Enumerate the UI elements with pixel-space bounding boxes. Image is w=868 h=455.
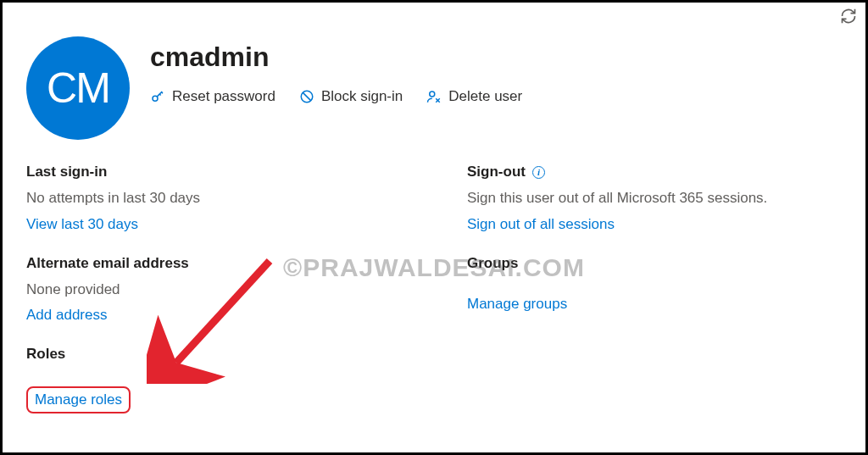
- username-heading: cmadmin: [150, 42, 522, 73]
- alt-email-section: Alternate email address None provided Ad…: [26, 255, 450, 325]
- reset-password-button[interactable]: Reset password: [150, 88, 275, 105]
- last-signin-title: Last sign-in: [26, 164, 450, 180]
- svg-point-3: [430, 92, 435, 97]
- groups-section: Groups Manage groups: [467, 255, 855, 313]
- user-header: CM cmadmin Reset password: [26, 36, 855, 140]
- delete-user-label: Delete user: [448, 88, 522, 105]
- sign-out-sessions-link[interactable]: Sign out of all sessions: [467, 216, 615, 232]
- add-address-link[interactable]: Add address: [26, 307, 107, 323]
- avatar: CM: [26, 36, 130, 140]
- svg-point-0: [153, 96, 158, 101]
- view-last-30-days-link[interactable]: View last 30 days: [26, 216, 138, 232]
- sign-out-title: Sign-out: [467, 164, 526, 180]
- sign-out-body: Sign this user out of all Microsoft 365 …: [467, 187, 855, 209]
- roles-section: Roles Manage roles: [26, 346, 450, 413]
- last-signin-body: No attempts in last 30 days: [26, 187, 450, 209]
- alt-email-title: Alternate email address: [26, 255, 450, 272]
- refresh-icon[interactable]: [840, 8, 857, 25]
- groups-title: Groups: [467, 255, 855, 272]
- info-icon[interactable]: i: [532, 166, 545, 179]
- manage-roles-link[interactable]: Manage roles: [35, 391, 122, 408]
- manage-roles-highlight: Manage roles: [26, 386, 131, 413]
- reset-password-label: Reset password: [172, 88, 275, 105]
- delete-user-button[interactable]: Delete user: [426, 88, 522, 105]
- key-icon: [150, 89, 165, 104]
- alt-email-body: None provided: [26, 279, 450, 301]
- roles-title: Roles: [26, 346, 450, 363]
- delete-user-icon: [426, 89, 442, 104]
- manage-groups-link[interactable]: Manage groups: [467, 296, 567, 312]
- block-signin-label: Block sign-in: [321, 88, 403, 105]
- block-icon: [299, 89, 314, 104]
- sign-out-section: Sign-out i Sign this user out of all Mic…: [467, 164, 855, 233]
- block-signin-button[interactable]: Block sign-in: [299, 88, 403, 105]
- svg-line-2: [303, 92, 311, 101]
- last-signin-section: Last sign-in No attempts in last 30 days…: [26, 164, 450, 233]
